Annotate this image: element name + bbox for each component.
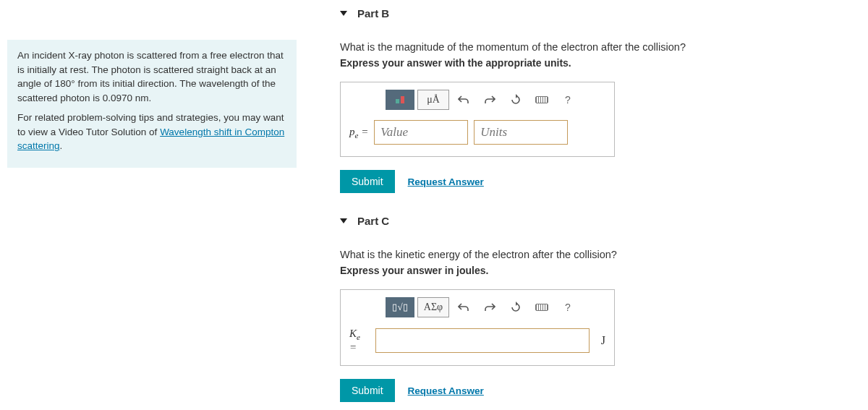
part-c-submit-button[interactable]: Submit xyxy=(340,379,395,402)
undo-button[interactable] xyxy=(452,90,475,110)
part-b-submit-button[interactable]: Submit xyxy=(340,170,395,193)
part-c-toolbar: ▯√▯ ΑΣφ ? xyxy=(386,297,605,317)
undo-button[interactable] xyxy=(452,297,475,317)
part-c-request-answer-link[interactable]: Request Answer xyxy=(408,385,484,396)
help-button[interactable]: ? xyxy=(556,90,579,110)
reset-button[interactable] xyxy=(504,297,527,317)
redo-icon xyxy=(484,95,495,105)
greek-button[interactable]: ΑΣφ xyxy=(417,297,449,317)
units-input[interactable] xyxy=(474,120,568,145)
redo-button[interactable] xyxy=(478,297,501,317)
help-button[interactable]: ? xyxy=(556,297,579,317)
part-b-header[interactable]: Part B xyxy=(340,0,868,25)
part-c-answer-box: ▯√▯ ΑΣφ ? Ke = J xyxy=(340,289,615,366)
reset-icon xyxy=(510,302,522,313)
math-templates-icon: ▯√▯ xyxy=(392,302,407,313)
part-c-variable-label: Ke = xyxy=(349,328,370,354)
keyboard-icon xyxy=(535,304,548,311)
part-b-variable-label: pe = xyxy=(349,126,368,140)
templates-button[interactable] xyxy=(386,90,414,110)
part-b-request-answer-link[interactable]: Request Answer xyxy=(408,176,484,187)
caret-down-icon xyxy=(340,218,347,223)
part-b-question: What is the magnitude of the momentum of… xyxy=(340,41,868,53)
part-b-answer-box: μÅ ? pe = xyxy=(340,82,615,157)
part-c-question: What is the kinetic energy of the electr… xyxy=(340,249,868,260)
reset-icon xyxy=(510,94,522,106)
reset-button[interactable] xyxy=(504,90,527,110)
redo-icon xyxy=(484,302,495,312)
value-input[interactable] xyxy=(374,120,468,145)
undo-icon xyxy=(458,95,469,105)
keyboard-button[interactable] xyxy=(530,90,553,110)
units-button[interactable]: μÅ xyxy=(417,90,449,110)
part-c-instruction: Express your answer in joules. xyxy=(340,265,868,276)
keyboard-icon xyxy=(535,96,548,103)
kinetic-energy-input[interactable] xyxy=(375,328,589,353)
redo-button[interactable] xyxy=(478,90,501,110)
part-b-instruction: Express your answer with the appropriate… xyxy=(340,57,868,69)
math-templates-button[interactable]: ▯√▯ xyxy=(386,297,414,317)
undo-icon xyxy=(458,302,469,312)
part-b-toolbar: μÅ ? xyxy=(386,90,605,110)
templates-icon xyxy=(396,96,404,103)
part-c-title: Part C xyxy=(357,215,389,227)
problem-statement-box: An incident X-ray photon is scattered fr… xyxy=(7,40,297,168)
unit-suffix: J xyxy=(601,334,605,347)
problem-text: An incident X-ray photon is scattered fr… xyxy=(17,48,286,105)
keyboard-button[interactable] xyxy=(530,297,553,317)
part-b-title: Part B xyxy=(357,7,389,20)
part-c-header[interactable]: Part C xyxy=(340,208,868,233)
caret-down-icon xyxy=(340,11,347,16)
related-info: For related problem-solving tips and str… xyxy=(17,111,286,153)
